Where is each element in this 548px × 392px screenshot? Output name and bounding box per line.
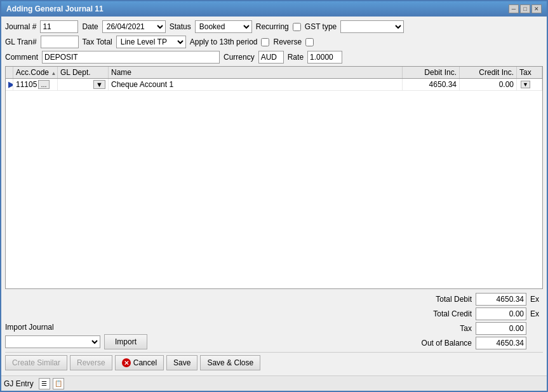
total-credit-label: Total Credit — [415, 309, 472, 318]
grid-header: Acc.Code ▲ GL Dept. Name Debit Inc. Cred… — [6, 67, 542, 79]
date-label: Date — [82, 22, 98, 31]
total-credit-row: Total Credit Ex — [415, 308, 543, 320]
tax-dropdown-btn[interactable]: ▼ — [521, 81, 530, 88]
comment-label: Comment — [5, 53, 38, 62]
reverse-button[interactable]: Reverse — [70, 355, 112, 370]
window-title: Adding General Journal 11 — [6, 4, 104, 13]
col-header-acccode: Acc.Code ▲ — [13, 67, 58, 78]
date-select[interactable]: 26/04/2021 — [102, 20, 166, 33]
status-label: Status — [170, 22, 191, 31]
journal-label: Journal # — [5, 22, 36, 31]
row-debit: 4650.34 — [403, 79, 460, 90]
tax-total-label: Tax Total — [83, 37, 112, 46]
apply-13th-checkbox[interactable] — [261, 38, 269, 46]
total-debit-ex: Ex — [530, 295, 543, 304]
out-of-balance-value — [476, 337, 526, 349]
tax-label: Tax — [415, 324, 472, 333]
col-header-arrow — [6, 67, 13, 78]
import-button[interactable]: Import — [104, 334, 147, 349]
button-bar: Create Similar Reverse ✕ Cancel Save Sav… — [5, 352, 543, 372]
create-similar-button[interactable]: Create Similar — [5, 355, 67, 370]
close-button[interactable]: ✕ — [531, 4, 542, 13]
row-name: Cheque Account 1 — [109, 79, 403, 90]
bottom-section: Import Journal Import Total Debit Ex Tot… — [5, 293, 543, 349]
rate-input[interactable] — [307, 51, 342, 64]
journal-input[interactable] — [40, 20, 78, 33]
gldept-dropdown-btn[interactable]: ▼ — [93, 80, 105, 89]
rate-label: Rate — [288, 53, 304, 62]
reverse-label: Reverse — [273, 37, 302, 46]
total-debit-label: Total Debit — [415, 295, 472, 304]
acccode-browse-btn[interactable]: ... — [38, 80, 49, 89]
import-section: Import Journal Import — [5, 323, 147, 349]
out-of-balance-label: Out of Balance — [415, 339, 472, 348]
save-button[interactable]: Save — [166, 355, 197, 370]
row-acccode: 11105 ... — [13, 79, 58, 90]
col-header-credit: Credit Inc. — [460, 67, 517, 78]
sort-arrow-acccode: ▲ — [51, 71, 56, 76]
currency-label: Currency — [224, 53, 255, 62]
col-header-gldept: GL Dept. — [58, 67, 109, 78]
table-row[interactable]: ▶ 11105 ... ▼ Cheque Account 1 4650.34 — [6, 79, 542, 91]
total-credit-value — [476, 308, 526, 320]
gst-type-select[interactable] — [340, 20, 404, 33]
out-of-balance-row: Out of Balance — [415, 337, 543, 349]
save-close-button[interactable]: Save & Close — [200, 355, 260, 370]
title-bar-buttons: ─ □ ✕ — [509, 4, 542, 13]
recurring-label: Recurring — [256, 22, 289, 31]
totals-section: Total Debit Ex Total Credit Ex Tax Out o… — [415, 293, 543, 349]
total-credit-ex: Ex — [530, 309, 543, 318]
total-debit-value — [476, 293, 526, 306]
total-debit-row: Total Debit Ex — [415, 293, 543, 306]
status-icon-1[interactable]: ☰ — [39, 378, 50, 389]
col-header-debit: Debit Inc. — [403, 67, 460, 78]
cancel-icon: ✕ — [122, 358, 131, 367]
gst-type-label: GST type — [305, 22, 337, 31]
title-bar: Adding General Journal 11 ─ □ ✕ — [1, 1, 547, 17]
import-select[interactable] — [5, 335, 100, 348]
status-icon-2[interactable]: 📋 — [53, 378, 64, 389]
form-row-3: Comment Currency Rate — [5, 51, 543, 64]
currency-input[interactable] — [258, 51, 284, 64]
comment-input[interactable] — [42, 51, 220, 64]
gl-tran-label: GL Tran# — [5, 37, 37, 46]
reverse-checkbox[interactable] — [305, 38, 314, 46]
main-window: Adding General Journal 11 ─ □ ✕ Journal … — [0, 0, 548, 392]
tax-value — [476, 322, 526, 335]
row-arrow: ▶ — [6, 79, 13, 90]
row-gldept: ▼ — [58, 79, 109, 90]
status-bar: GJ Entry ☰ 📋 — [1, 375, 547, 391]
col-header-tax: Tax — [517, 67, 542, 78]
maximize-button[interactable]: □ — [520, 4, 530, 13]
recurring-checkbox[interactable] — [293, 23, 301, 31]
col-header-name: Name — [109, 67, 403, 78]
form-row-1: Journal # Date 26/04/2021 Status Booked … — [5, 20, 543, 33]
status-select[interactable]: Booked Draft — [195, 20, 252, 33]
import-row: Import — [5, 334, 147, 349]
row-credit: 0.00 — [460, 79, 517, 90]
tax-row: Tax — [415, 322, 543, 335]
row-tax: ▼ — [517, 79, 542, 90]
form-content: Journal # Date 26/04/2021 Status Booked … — [1, 17, 547, 375]
form-row-2: GL Tran# Tax Total Line Level TP Documen… — [5, 36, 543, 48]
tax-total-select[interactable]: Line Level TP Document Level — [116, 36, 186, 48]
journal-grid: Acc.Code ▲ GL Dept. Name Debit Inc. Cred… — [5, 66, 543, 289]
gj-entry-label: GJ Entry — [4, 379, 34, 388]
cancel-button[interactable]: ✕ Cancel — [115, 355, 164, 370]
gl-tran-input[interactable] — [41, 36, 79, 48]
import-label: Import Journal — [5, 323, 147, 332]
minimize-button[interactable]: ─ — [509, 4, 519, 13]
apply-13th-label: Apply to 13th period — [190, 37, 258, 46]
